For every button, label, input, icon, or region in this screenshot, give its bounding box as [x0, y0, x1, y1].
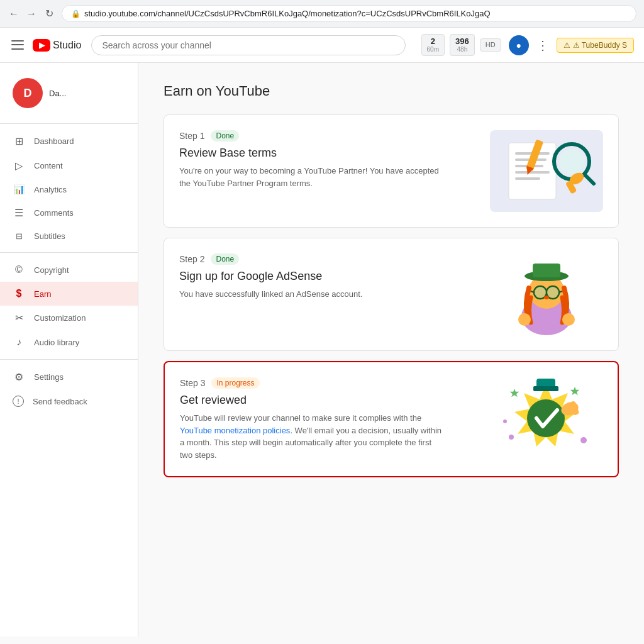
sidebar-item-content[interactable]: ▷ Content: [0, 153, 138, 178]
channel-section: D Da...: [0, 68, 138, 118]
yt-logo-text: Studio: [53, 40, 81, 51]
content-area: Earn on YouTube Step 1 Done Review Base …: [138, 63, 644, 636]
address-bar[interactable]: 🔒 studio.youtube.com/channel/UCzCsdsUPRv…: [62, 5, 636, 22]
hamburger-button[interactable]: [10, 38, 25, 53]
step2-title: Sign up for Google AdSense: [179, 270, 477, 283]
step3-number: Step 3: [180, 378, 205, 388]
browser-nav-icons: ← → ↻: [8, 8, 55, 20]
hamburger-line3: [11, 48, 24, 50]
svg-point-9: [559, 149, 584, 174]
step2-card: Step 2 Done Sign up for Google AdSense Y…: [164, 238, 619, 351]
sidebar-item-copyright[interactable]: © Copyright: [0, 258, 138, 282]
back-button[interactable]: ←: [8, 8, 20, 20]
step2-illustration: [490, 253, 603, 335]
sidebar-item-comments[interactable]: ☰ Comments: [0, 201, 138, 225]
sidebar-divider-top: [0, 123, 138, 124]
stat-badge-1: 2 60m: [421, 34, 445, 57]
step2-desc: You have successfully linked an AdSense …: [179, 288, 443, 301]
avatar-button[interactable]: ●: [509, 35, 529, 55]
browser-chrome: ← → ↻ 🔒 studio.youtube.com/channel/UCzCs…: [0, 0, 644, 28]
sidebar-item-send-feedback[interactable]: ! Send feedback: [0, 389, 138, 413]
stat1-num: 2: [431, 36, 435, 47]
header-right: 2 60m 396 48h HD ● ⋮ ⚠ ⚠ TubeBuddy S: [421, 34, 634, 57]
sidebar-divider-bottom: [0, 359, 138, 360]
sidebar-label-dashboard: Dashboard: [34, 136, 74, 146]
step3-illustration: [489, 377, 602, 459]
sidebar-label-content: Content: [34, 161, 63, 170]
svg-rect-16: [533, 264, 560, 277]
sidebar-label-customization: Customization: [34, 313, 86, 323]
step3-header: Step 3 In progress: [180, 377, 477, 389]
sidebar-label-copyright: Copyright: [34, 265, 69, 275]
url-text: studio.youtube.com/channel/UCzCsdsUPRvCb…: [84, 9, 491, 18]
header-stats: 2 60m 396 48h HD: [421, 34, 501, 57]
step2-number: Step 2: [179, 254, 204, 264]
svg-point-23: [547, 287, 558, 298]
stat2-time: 48h: [457, 46, 468, 53]
search-input[interactable]: [91, 35, 406, 55]
step1-number: Step 1: [179, 131, 204, 141]
sidebar-item-customization[interactable]: ✂ Customization: [0, 306, 138, 330]
lock-icon: 🔒: [71, 9, 80, 18]
comments-icon: ☰: [13, 207, 25, 219]
refresh-button[interactable]: ↻: [43, 8, 55, 20]
channel-avatar: D: [13, 78, 43, 108]
svg-point-37: [503, 419, 507, 423]
send-feedback-icon: !: [13, 396, 24, 407]
svg-point-35: [509, 435, 514, 440]
svg-line-10: [584, 174, 594, 184]
step2-content: Step 2 Done Sign up for Google AdSense Y…: [179, 253, 477, 301]
stat-icon-hd: HD: [480, 38, 501, 52]
content-icon: ▷: [13, 160, 25, 172]
yt-header: ▶ Studio 2 60m 396 48h HD ● ⋮ ⚠ ⚠ TubeBu…: [0, 28, 644, 63]
sidebar-item-analytics[interactable]: 📊 Analytics: [0, 178, 138, 201]
stat1-time: 60m: [427, 46, 439, 53]
svg-marker-30: [570, 387, 579, 395]
menu-dots-icon[interactable]: ⋮: [536, 38, 549, 53]
sidebar-label-settings: Settings: [34, 372, 64, 382]
sidebar-label-subtitles: Subtitles: [34, 231, 65, 241]
step3-badge: In progress: [211, 377, 259, 389]
svg-point-25: [518, 313, 531, 326]
channel-name: Da...: [49, 89, 66, 98]
step2-header: Step 2 Done: [179, 253, 477, 265]
step2-badge: Done: [211, 253, 239, 265]
step3-card: Step 3 In progress Get reviewed YouTube …: [164, 361, 619, 477]
customization-icon: ✂: [13, 312, 25, 324]
step1-illustration: [490, 130, 603, 212]
sidebar-label-audio-library: Audio library: [34, 338, 79, 347]
sidebar-label-send-feedback: Send feedback: [33, 397, 87, 406]
sidebar-label-analytics: Analytics: [34, 185, 67, 194]
forward-button[interactable]: →: [25, 8, 38, 20]
copyright-icon: ©: [13, 264, 25, 275]
step1-header: Step 1 Done: [179, 130, 477, 142]
hamburger-line2: [11, 44, 24, 45]
tubebuddy-warning-icon: ⚠: [564, 41, 570, 50]
earn-icon: $: [13, 288, 25, 299]
tubebuddy-label: ⚠ TubeBuddy S: [573, 41, 627, 50]
analytics-icon: 📊: [13, 184, 25, 194]
subtitles-icon: ⊟: [13, 231, 25, 241]
dashboard-icon: ⊞: [13, 135, 25, 147]
audio-library-icon: ♪: [13, 336, 25, 348]
sidebar-divider-mid: [0, 252, 138, 253]
sidebar-item-earn[interactable]: $ Earn: [0, 282, 138, 306]
step1-title: Review Base terms: [179, 147, 477, 160]
stat2-num: 396: [455, 36, 469, 47]
sidebar-item-subtitles[interactable]: ⊟ Subtitles: [0, 225, 138, 247]
sidebar-item-dashboard[interactable]: ⊞ Dashboard: [0, 129, 138, 153]
sidebar-label-earn: Earn: [34, 289, 51, 299]
svg-rect-32: [533, 386, 558, 391]
settings-icon: ⚙: [13, 371, 25, 383]
sidebar-item-audio-library[interactable]: ♪ Audio library: [0, 330, 138, 354]
step3-desc: YouTube will review your channel to make…: [180, 412, 444, 461]
svg-marker-29: [510, 389, 519, 397]
header-left: ▶ Studio: [10, 38, 81, 53]
step3-link[interactable]: YouTube monetization policies: [180, 426, 290, 435]
sidebar-item-settings[interactable]: ⚙ Settings: [0, 365, 138, 389]
page-title: Earn on YouTube: [164, 83, 619, 99]
svg-point-26: [562, 313, 575, 326]
step3-title: Get reviewed: [180, 394, 477, 407]
step1-card: Step 1 Done Review Base terms You're on …: [164, 114, 619, 228]
tubebuddy-button[interactable]: ⚠ ⚠ TubeBuddy S: [557, 38, 634, 53]
